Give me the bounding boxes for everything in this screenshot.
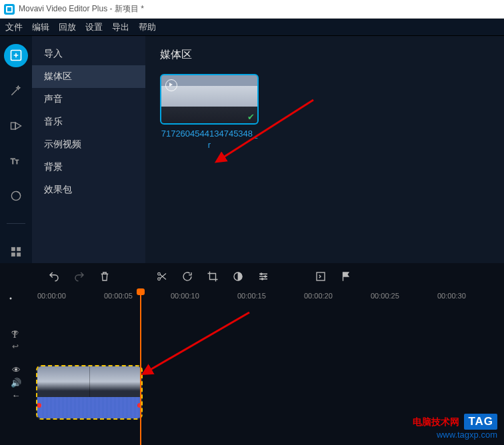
add-track-button[interactable]	[9, 292, 21, 304]
adjust-button[interactable]	[257, 270, 269, 282]
crop-icon	[207, 270, 219, 282]
svg-rect-7	[17, 252, 21, 256]
sidebar-item-sample[interactable]: 示例视频	[32, 133, 145, 156]
titles-button[interactable]: Tт	[4, 149, 28, 173]
split-button[interactable]	[156, 270, 168, 282]
playhead[interactable]	[140, 290, 141, 445]
media-panel: 媒体区 ✔ 7172604544134745348_r	[145, 36, 504, 263]
undo-icon	[48, 270, 60, 282]
check-icon: ✔	[247, 112, 255, 122]
sidebar-item-fxpack[interactable]: 效果包	[32, 179, 145, 201]
svg-rect-6	[11, 252, 15, 256]
sidebar-item-music[interactable]: 音乐	[32, 111, 145, 133]
align-track-button[interactable]	[9, 399, 21, 411]
window-title: Movavi Video Editor Plus - 新项目 *	[19, 3, 144, 15]
title-bar: Movavi Video Editor Plus - 新项目 *	[0, 0, 504, 19]
time-marker: 00:00:10	[171, 292, 237, 300]
sliders-icon	[257, 270, 269, 282]
timeline-ruler[interactable]: 00:00:00 00:00:05 00:00:10 00:00:15 00:0…	[29, 290, 504, 302]
svg-point-14	[261, 278, 263, 280]
clip-audio-wave	[37, 397, 141, 418]
crop-button[interactable]	[207, 270, 219, 282]
menu-help[interactable]: 帮助	[139, 21, 156, 33]
plus-icon	[9, 49, 23, 62]
watermark: 电脑技术网 TAG www.tagxp.com	[413, 414, 497, 441]
add-track-icon	[9, 292, 21, 304]
time-marker: 00:00:30	[437, 292, 504, 300]
svg-rect-1	[11, 123, 16, 129]
app-logo-icon	[4, 4, 15, 15]
rotate-button[interactable]	[181, 270, 193, 282]
sidebar-item-bg[interactable]: 背景	[32, 156, 145, 179]
color-button[interactable]	[232, 270, 244, 282]
video-track-toggles: 👁 🔊 ←	[11, 365, 21, 400]
rail-separator	[7, 223, 25, 224]
titles-icon: Tт	[9, 154, 23, 167]
volume-icon[interactable]: 🔊	[11, 378, 21, 388]
clip-video-thumb	[37, 366, 141, 397]
menu-export[interactable]: 导出	[112, 21, 129, 33]
contrast-icon	[232, 270, 244, 282]
wand-icon	[9, 84, 23, 97]
trash-icon	[99, 270, 111, 282]
media-clip-name: 7172604544134745348_r	[160, 129, 259, 151]
sidebar-item-sound[interactable]: 声音	[32, 88, 145, 111]
add-media-button[interactable]	[4, 44, 28, 67]
main-area: Tт 导入 媒体区 声音 音乐 示例视频 背景 效果包 媒体区 ✔ 717260…	[0, 36, 504, 263]
time-marker: 00:00:15	[237, 292, 304, 300]
delete-button[interactable]	[99, 270, 111, 282]
svg-rect-4	[11, 247, 15, 250]
svg-point-13	[265, 276, 267, 278]
wizard-button[interactable]	[315, 270, 327, 282]
menu-file[interactable]: 文件	[5, 21, 23, 33]
eye-icon[interactable]: 👁	[12, 365, 21, 375]
scissors-icon	[156, 270, 168, 282]
sidebar-item-import[interactable]: 导入	[32, 43, 145, 65]
transition-icon	[9, 119, 23, 133]
clip-handle-left[interactable]	[37, 403, 41, 408]
sidebar: 导入 媒体区 声音 音乐 示例视频 背景 效果包	[32, 36, 145, 263]
transitions-button[interactable]	[4, 114, 28, 137]
redo-button[interactable]	[73, 270, 85, 282]
redo-icon	[73, 270, 85, 282]
grid-icon	[9, 245, 23, 258]
more-tools-button[interactable]	[4, 240, 28, 263]
menu-play[interactable]: 回放	[59, 21, 76, 33]
filters-button[interactable]	[4, 79, 28, 103]
wizard-icon	[315, 270, 327, 282]
link-icon[interactable]: ↩	[12, 342, 19, 351]
svg-text:Tт: Tт	[11, 157, 19, 165]
rotate-icon	[181, 270, 193, 282]
watermark-url: www.tagxp.com	[413, 430, 497, 441]
sticker-icon	[9, 189, 23, 203]
text-track-toggles: 👁 ↩	[11, 328, 19, 351]
timeline-toolbar	[0, 263, 504, 290]
svg-point-12	[261, 273, 263, 275]
watermark-cn: 电脑技术网	[413, 417, 459, 427]
menu-settings[interactable]: 设置	[85, 21, 103, 33]
undo-button[interactable]	[48, 270, 60, 282]
align-track-icon	[9, 399, 21, 411]
flag-icon	[340, 270, 352, 282]
media-thumbnail[interactable]: ✔	[160, 74, 259, 125]
panel-heading: 媒体区	[160, 48, 489, 62]
tool-rail: Tт	[0, 36, 32, 263]
stickers-button[interactable]	[4, 185, 28, 208]
time-marker: 00:00:20	[304, 292, 371, 300]
menu-bar: 文件 编辑 回放 设置 导出 帮助	[0, 19, 504, 36]
time-marker: 00:00:25	[371, 292, 437, 300]
watermark-tag: TAG	[464, 414, 497, 430]
sidebar-item-media[interactable]: 媒体区	[32, 65, 145, 88]
eye-icon[interactable]: 👁	[11, 328, 19, 338]
back-icon[interactable]: ←	[12, 390, 21, 400]
time-marker: 00:00:00	[37, 292, 104, 300]
marker-button[interactable]	[340, 270, 352, 282]
svg-rect-5	[17, 247, 21, 250]
timeline-clip[interactable]	[36, 365, 143, 420]
media-clip[interactable]: ✔ 7172604544134745348_r	[160, 74, 259, 151]
menu-edit[interactable]: 编辑	[32, 21, 49, 33]
